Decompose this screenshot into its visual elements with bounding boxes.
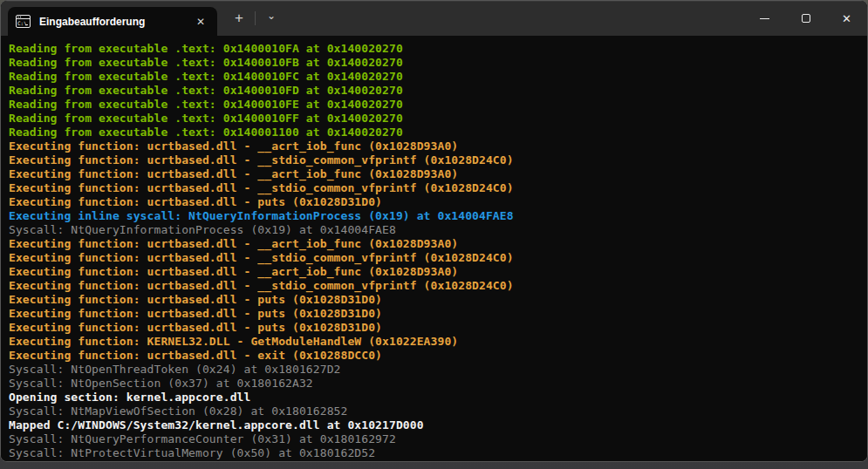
terminal-line: Reading from executable .text: 0x1400010… xyxy=(9,56,862,70)
minimize-icon xyxy=(760,18,769,19)
cmd-prompt-icon: C:\ xyxy=(16,15,31,28)
maximize-icon xyxy=(802,14,810,23)
close-button[interactable]: ✕ xyxy=(826,1,867,36)
minimize-button[interactable] xyxy=(744,1,785,36)
maximize-button[interactable] xyxy=(785,1,826,36)
terminal-line: Executing function: ucrtbased.dll - __ac… xyxy=(9,139,862,153)
terminal-line: Executing inline syscall: NtQueryInforma… xyxy=(9,209,862,223)
tab-close-icon[interactable]: ✕ xyxy=(193,14,208,30)
terminal-line: Reading from executable .text: 0x1400010… xyxy=(9,112,862,126)
tab-eingabeaufforderung[interactable]: C:\ Eingabeaufforderung ✕ xyxy=(8,7,217,36)
terminal-line: Reading from executable .text: 0x1400010… xyxy=(9,84,862,98)
terminal-line: Reading from executable .text: 0x1400010… xyxy=(9,42,862,56)
terminal-line: Syscall: NtOpenThreadToken (0x24) at 0x1… xyxy=(9,363,862,377)
terminal-line: Reading from executable .text: 0x1400010… xyxy=(9,70,862,84)
terminal-line: Executing function: ucrtbased.dll - __st… xyxy=(9,251,862,265)
terminal-line: Executing function: ucrtbased.dll - puts… xyxy=(9,293,862,307)
terminal-line: Syscall: NtOpenSection (0x37) at 0x18016… xyxy=(9,377,862,391)
terminal-line: Executing function: ucrtbased.dll - __st… xyxy=(9,181,862,195)
terminal-output[interactable]: Reading from executable .text: 0x1400010… xyxy=(1,36,867,461)
terminal-line: Executing function: ucrtbased.dll - __ac… xyxy=(9,265,862,279)
terminal-line: Opening section: kernel.appcore.dll xyxy=(9,391,862,404)
terminal-line: Executing function: ucrtbased.dll - exit… xyxy=(9,349,862,363)
terminal-line: Syscall: NtMapViewOfSection (0x28) at 0x… xyxy=(9,404,862,418)
tab-dropdown-button[interactable]: ⌄ xyxy=(258,5,284,31)
tabbar-divider xyxy=(255,11,256,25)
title-bar[interactable]: C:\ Eingabeaufforderung ✕ + ⌄ ✕ xyxy=(1,1,867,36)
terminal-line: Syscall: NtQueryInformationProcess (0x19… xyxy=(9,223,862,237)
terminal-window: C:\ Eingabeaufforderung ✕ + ⌄ ✕ Re xyxy=(0,0,868,462)
terminal-line: Executing function: KERNEL32.DLL - GetMo… xyxy=(9,335,862,349)
terminal-line: Executing function: ucrtbased.dll - __st… xyxy=(9,153,862,167)
tab-title: Eingabeaufforderung xyxy=(39,16,193,28)
terminal-line: Syscall: NtQueryPerformanceCounter (0x31… xyxy=(9,432,862,446)
terminal-line: Executing function: ucrtbased.dll - __st… xyxy=(9,279,862,293)
tabbar-actions: + ⌄ xyxy=(226,1,284,36)
terminal-line: Mapped C:/WINDOWS/System32/kernel.appcor… xyxy=(9,418,862,432)
terminal-line: Executing function: ucrtbased.dll - __ac… xyxy=(9,167,862,181)
terminal-line: Reading from executable .text: 0x1400011… xyxy=(9,126,862,139)
window-controls: ✕ xyxy=(744,1,867,36)
terminal-line: Reading from executable .text: 0x1400010… xyxy=(9,98,862,112)
terminal-line: Syscall: NtProtectVirtualMemory (0x50) a… xyxy=(9,446,862,460)
terminal-line: Executing function: ucrtbased.dll - __ac… xyxy=(9,237,862,251)
terminal-line: Executing function: ucrtbased.dll - puts… xyxy=(9,321,862,335)
terminal-line: Executing function: ucrtbased.dll - puts… xyxy=(9,307,862,321)
new-tab-button[interactable]: + xyxy=(226,5,252,31)
terminal-line: Executing function: ucrtbased.dll - puts… xyxy=(9,195,862,209)
close-icon: ✕ xyxy=(842,12,851,25)
